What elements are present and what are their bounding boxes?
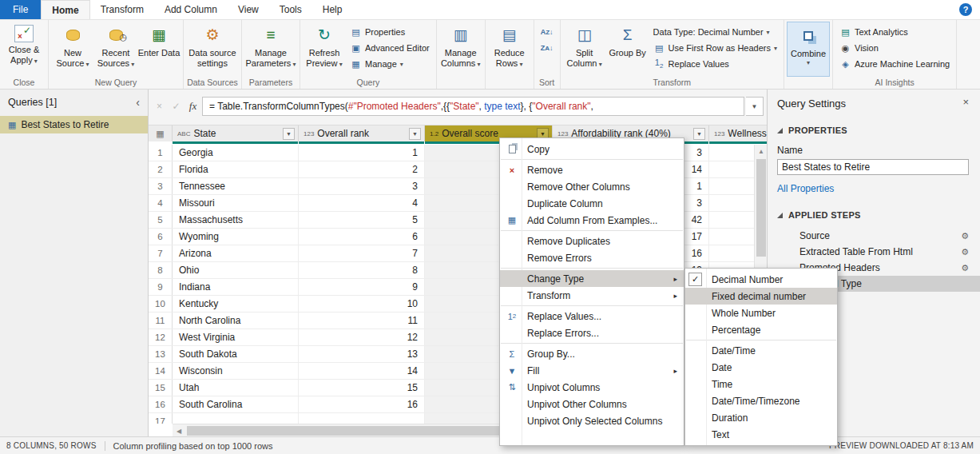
applied-step-source[interactable]: Source⚙ — [768, 228, 980, 244]
menu-item-transform[interactable]: Transform▸ — [500, 287, 684, 304]
query-name-input[interactable] — [777, 159, 969, 175]
close-icon[interactable]: × — [962, 98, 969, 107]
cell[interactable]: Missouri — [173, 195, 299, 211]
submenu-item-date-time[interactable]: Date/Time — [685, 342, 837, 359]
row-number[interactable]: 7 — [149, 245, 173, 261]
tab-transform[interactable]: Transform — [90, 0, 154, 19]
cell[interactable]: 15 — [299, 380, 425, 396]
submenu-item-text[interactable]: Text — [685, 426, 837, 443]
row-number[interactable]: 17 — [149, 413, 173, 424]
cell[interactable]: Indiana — [173, 279, 299, 295]
group-by-button[interactable]: Σ Group By — [606, 22, 649, 77]
replace-values-button[interactable]: 12Replace Values — [649, 56, 781, 72]
commit-formula-icon[interactable]: ✓ — [169, 98, 184, 114]
submenu-item-whole-number[interactable]: Whole Number — [685, 305, 837, 321]
submenu-item-percentage[interactable]: Percentage — [685, 321, 837, 338]
cell[interactable]: 6 — [299, 229, 425, 245]
tab-home[interactable]: Home — [41, 0, 89, 19]
cell[interactable]: 4 — [299, 195, 425, 211]
cell[interactable]: West Virginia — [173, 329, 299, 345]
row-number[interactable]: 13 — [149, 346, 173, 362]
tab-add-column[interactable]: Add Column — [154, 0, 228, 19]
cell[interactable]: 9 — [299, 279, 425, 295]
sort-ascending-button[interactable]: AZ↓ — [537, 24, 557, 40]
cancel-formula-icon[interactable]: × — [152, 98, 167, 114]
row-number[interactable]: 4 — [149, 195, 173, 211]
menu-item-unpivot-other-columns[interactable]: Unpivot Other Columns — [500, 396, 684, 412]
menu-item-remove-other-columns[interactable]: Remove Other Columns — [500, 178, 684, 195]
close-and-apply-button[interactable]: ×✓ Close & Apply ▾ — [2, 22, 46, 77]
submenu-item-fixed-decimal-number[interactable]: Fixed decimal number — [685, 288, 837, 305]
cell[interactable]: 2 — [299, 161, 425, 177]
cell[interactable]: 5 — [299, 212, 425, 228]
cell[interactable] — [299, 413, 425, 424]
cell[interactable]: Florida — [173, 161, 299, 177]
menu-item-unpivot-columns[interactable]: ⇅Unpivot Columns — [500, 379, 684, 396]
submenu-item-date[interactable]: Date — [685, 359, 837, 376]
menu-item-add-column-from-examples[interactable]: ▦Add Column From Examples... — [500, 212, 684, 229]
menu-item-duplicate-column[interactable]: Duplicate Column — [500, 195, 684, 212]
cell[interactable]: 8 — [299, 262, 425, 278]
cell[interactable]: Massachusetts — [173, 212, 299, 228]
menu-item-remove-errors[interactable]: Remove Errors — [500, 249, 684, 266]
cell[interactable]: 12 — [299, 329, 425, 345]
advanced-editor-button[interactable]: ▣Advanced Editor — [346, 40, 434, 56]
cell[interactable]: 14 — [299, 363, 425, 379]
submenu-item-decimal-number[interactable]: ✓Decimal Number — [685, 271, 837, 288]
scroll-up-icon[interactable]: ▲ — [755, 145, 767, 157]
row-number[interactable]: 11 — [149, 313, 173, 329]
formula-input[interactable]: = Table.TransformColumnTypes(#"Promoted … — [202, 97, 744, 116]
cell[interactable]: 11 — [299, 313, 425, 329]
properties-button[interactable]: ▤Properties — [346, 24, 434, 40]
tab-file[interactable]: File — [0, 0, 41, 19]
data-type-button[interactable]: Data Type: Decimal Number▾ — [649, 24, 781, 40]
cell[interactable]: Wyoming — [173, 229, 299, 245]
combine-button[interactable]: Combine ▾ — [787, 22, 830, 77]
help-icon[interactable]: ? — [959, 3, 972, 16]
row-number[interactable]: 1 — [149, 145, 173, 161]
menu-item-change-type[interactable]: Change Type▸ — [500, 270, 684, 287]
cell[interactable]: Wisconsin — [173, 363, 299, 379]
tab-help[interactable]: Help — [312, 0, 353, 19]
row-number[interactable]: 10 — [149, 296, 173, 312]
row-number[interactable]: 3 — [149, 178, 173, 194]
applied-steps-section-header[interactable]: APPLIED STEPS — [768, 210, 980, 220]
row-number[interactable]: 5 — [149, 212, 173, 228]
text-analytics-button[interactable]: ▤Text Analytics — [835, 24, 954, 40]
cell[interactable]: 7 — [299, 245, 425, 261]
row-number[interactable]: 2 — [149, 161, 173, 177]
query-item[interactable]: ▦Best States to Retire — [0, 116, 148, 133]
row-number[interactable]: 14 — [149, 363, 173, 379]
reduce-rows-button[interactable]: ▤ Reduce Rows ▾ — [488, 22, 531, 77]
cell[interactable]: Kentucky — [173, 296, 299, 312]
settings-gear-icon[interactable]: ⚙ — [961, 247, 969, 257]
column-profiling-status[interactable]: Column profiling based on top 1000 rows — [113, 441, 273, 451]
cell[interactable]: North Carolina — [173, 313, 299, 329]
manage-columns-button[interactable]: ▥ Manage Columns ▾ — [439, 22, 482, 77]
tab-view[interactable]: View — [228, 0, 269, 19]
applied-step-extracted-table-from-html[interactable]: Extracted Table From Html⚙ — [768, 244, 980, 260]
column-filter-icon[interactable]: ▼ — [283, 128, 295, 140]
row-number[interactable]: 8 — [149, 262, 173, 278]
menu-item-remove-duplicates[interactable]: Remove Duplicates — [500, 233, 684, 249]
enter-data-button[interactable]: ▦ Enter Data — [137, 22, 181, 77]
cell[interactable]: Tennessee — [173, 178, 299, 194]
row-number[interactable]: 12 — [149, 329, 173, 345]
cell[interactable]: 10 — [299, 296, 425, 312]
menu-item-fill[interactable]: ▼Fill▸ — [500, 362, 684, 379]
column-header-state[interactable]: ABCState▼ — [173, 125, 299, 141]
manage-parameters-button[interactable]: ≡ Manage Parameters ▾ — [244, 22, 297, 77]
table-menu-button[interactable]: ▦ — [149, 125, 173, 141]
cell[interactable]: 1 — [299, 145, 425, 161]
row-number[interactable]: 16 — [149, 396, 173, 412]
cell[interactable] — [173, 413, 299, 424]
cell[interactable]: Georgia — [173, 145, 299, 161]
cell[interactable]: Ohio — [173, 262, 299, 278]
data-source-settings-button[interactable]: ⚙ Data source settings — [186, 22, 239, 77]
recent-sources-button[interactable]: ◷ Recent Sources ▾ — [94, 22, 137, 77]
tab-tools[interactable]: Tools — [269, 0, 312, 19]
menu-item-replace-errors[interactable]: Replace Errors... — [500, 325, 684, 341]
split-column-button[interactable]: ◫ Split Column ▾ — [563, 22, 606, 77]
column-header-overall-rank[interactable]: 123Overall rank▼ — [299, 125, 425, 141]
submenu-item-date-time-timezone[interactable]: Date/Time/Timezone — [685, 392, 837, 409]
